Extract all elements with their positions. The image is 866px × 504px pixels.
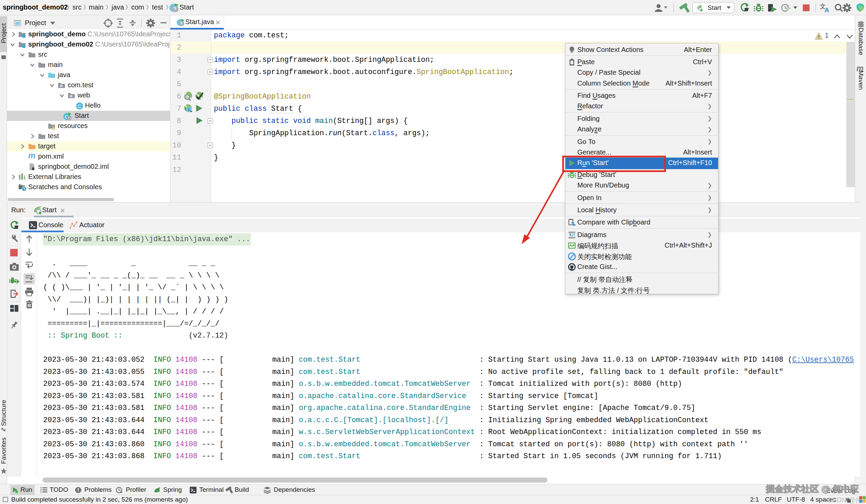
svg-text:c: c [188,107,190,112]
svg-text:A: A [824,7,829,14]
svg-text:Start: Start [708,4,722,11]
svg-text:C: C [78,103,81,109]
